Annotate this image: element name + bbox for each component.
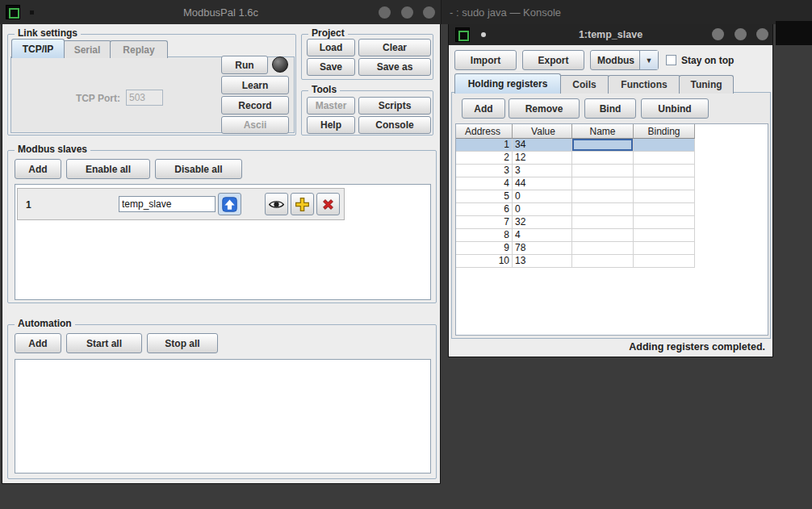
stay-on-top-checkbox[interactable]: [666, 55, 676, 65]
slave-window-titlebar[interactable]: 1:temp_slave: [449, 24, 772, 45]
column-header-value[interactable]: Value: [513, 124, 572, 139]
table-row[interactable]: 212: [456, 152, 768, 165]
column-header-binding[interactable]: Binding: [634, 124, 695, 139]
cell-address[interactable]: 7: [456, 216, 513, 229]
disable-all-button[interactable]: Disable all: [155, 159, 242, 179]
cell-binding[interactable]: [634, 203, 695, 216]
cell-value[interactable]: 34: [513, 139, 572, 152]
tab-holding-registers[interactable]: Holding registers: [454, 73, 561, 94]
cell-value[interactable]: 0: [513, 203, 572, 216]
cell-address[interactable]: 3: [456, 165, 513, 177]
add-slave-button[interactable]: Add: [15, 159, 61, 179]
cell-name[interactable]: [572, 229, 634, 242]
stop-all-button[interactable]: Stop all: [147, 333, 218, 353]
tab-coils[interactable]: Coils: [559, 75, 609, 94]
cell-address[interactable]: 1: [456, 139, 513, 152]
cell-value[interactable]: 4: [513, 229, 572, 242]
cell-binding[interactable]: [634, 242, 695, 255]
cell-name[interactable]: [572, 177, 634, 190]
cell-address[interactable]: 6: [456, 203, 513, 216]
table-row[interactable]: 50: [456, 190, 768, 203]
unbind-button[interactable]: Unbind: [641, 98, 709, 119]
table-row[interactable]: 33: [456, 165, 768, 177]
cell-address[interactable]: 9: [456, 242, 513, 255]
column-header-name[interactable]: Name: [572, 124, 634, 139]
cell-binding[interactable]: [634, 255, 695, 268]
cell-name[interactable]: [572, 216, 634, 229]
table-row[interactable]: 134: [456, 139, 768, 152]
table-row[interactable]: 978: [456, 242, 768, 255]
record-button[interactable]: Record: [221, 96, 289, 115]
duplicate-slave-button[interactable]: [291, 193, 314, 215]
clear-button[interactable]: Clear: [358, 39, 431, 56]
cell-name[interactable]: [572, 165, 634, 177]
tab-tuning[interactable]: Tuning: [679, 75, 734, 94]
scripts-button[interactable]: Scripts: [358, 97, 431, 115]
cell-address[interactable]: 10: [456, 255, 513, 268]
cell-binding[interactable]: [634, 152, 695, 165]
cell-binding[interactable]: [634, 229, 695, 242]
cell-address[interactable]: 2: [456, 152, 513, 165]
slave-row[interactable]: 1: [17, 188, 345, 220]
view-slave-button[interactable]: [265, 193, 288, 215]
cell-value[interactable]: 13: [513, 255, 572, 268]
tab-tcpip[interactable]: TCP/IP: [11, 39, 65, 58]
cell-binding[interactable]: [634, 165, 695, 177]
cell-name[interactable]: [572, 139, 634, 152]
window-control-button[interactable]: [401, 6, 413, 19]
column-header-address[interactable]: Address: [456, 124, 513, 139]
tab-functions[interactable]: Functions: [608, 75, 680, 94]
cell-name[interactable]: [572, 152, 634, 165]
cell-name[interactable]: [572, 242, 634, 255]
save-as-button[interactable]: Save as: [358, 58, 431, 76]
window-control-button[interactable]: [735, 28, 747, 40]
table-row[interactable]: 732: [456, 216, 768, 229]
window-control-button[interactable]: [712, 28, 724, 40]
cell-value[interactable]: 78: [513, 242, 572, 255]
cell-name[interactable]: [572, 255, 634, 268]
window-control-button[interactable]: [756, 28, 768, 40]
cell-binding[interactable]: [634, 190, 695, 203]
cell-address[interactable]: 8: [456, 229, 513, 242]
modbus-implementation-dropdown[interactable]: Modbus ▼: [590, 50, 659, 70]
bind-button[interactable]: Bind: [584, 98, 636, 119]
cell-value[interactable]: 32: [513, 216, 572, 229]
tcp-port-field[interactable]: [126, 90, 163, 106]
cell-binding[interactable]: [634, 216, 695, 229]
help-button[interactable]: Help: [307, 116, 355, 134]
add-register-button[interactable]: Add: [462, 98, 505, 119]
slave-name-field[interactable]: [119, 196, 216, 212]
table-row[interactable]: 1013: [456, 255, 768, 268]
cell-name[interactable]: [572, 190, 634, 203]
learn-button[interactable]: Learn: [221, 76, 289, 94]
cell-address[interactable]: 4: [456, 177, 513, 190]
export-button[interactable]: Export: [522, 50, 584, 70]
cell-value[interactable]: 3: [513, 165, 572, 177]
run-button[interactable]: Run: [221, 56, 268, 74]
import-button[interactable]: Import: [454, 50, 517, 70]
delete-slave-button[interactable]: [316, 193, 340, 215]
window-control-button[interactable]: [423, 6, 435, 19]
table-row[interactable]: 84: [456, 229, 768, 242]
save-button[interactable]: Save: [307, 58, 355, 76]
cell-name[interactable]: [572, 203, 634, 216]
cell-value[interactable]: 44: [513, 177, 572, 190]
remove-register-button[interactable]: Remove: [509, 98, 580, 119]
start-all-button[interactable]: Start all: [66, 333, 142, 353]
top-titlebar: ModbusPal 1.6c - : sudo java — Konsole: [0, 0, 812, 24]
add-automation-button[interactable]: Add: [15, 333, 61, 353]
enable-all-button[interactable]: Enable all: [66, 159, 150, 179]
console-button[interactable]: Console: [358, 116, 431, 134]
load-button[interactable]: Load: [307, 39, 355, 56]
cell-value[interactable]: 12: [513, 152, 572, 165]
slave-enabled-toggle-button[interactable]: [218, 193, 241, 215]
cell-value[interactable]: 0: [513, 190, 572, 203]
table-row[interactable]: 444: [456, 177, 768, 190]
table-row[interactable]: 60: [456, 203, 768, 216]
tab-replay[interactable]: Replay: [110, 40, 168, 58]
cell-binding[interactable]: [634, 139, 695, 152]
cell-address[interactable]: 5: [456, 190, 513, 203]
tab-serial[interactable]: Serial: [63, 40, 111, 58]
cell-binding[interactable]: [634, 177, 695, 190]
window-control-button[interactable]: [379, 6, 391, 19]
